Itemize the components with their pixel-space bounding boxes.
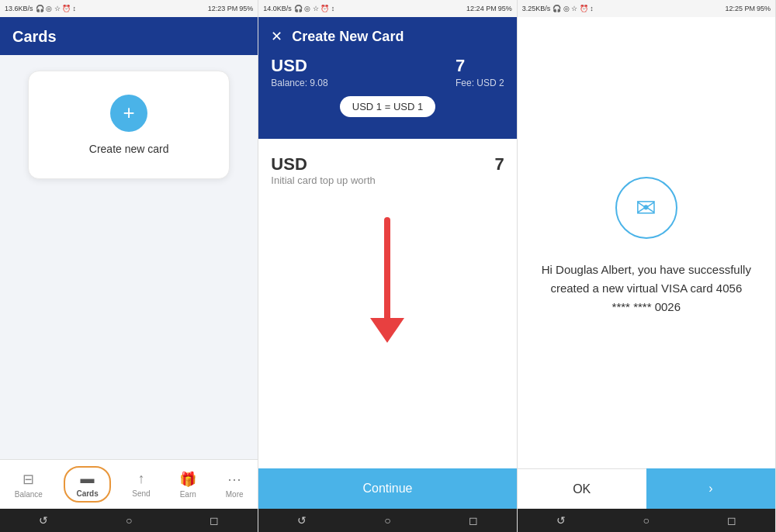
network-speed-3: 3.25KB/s <box>522 5 551 12</box>
icons-1: 🎧 ◎ ☆ ⏰ ↕ <box>36 5 77 12</box>
plus-icon: + <box>123 102 135 123</box>
status-right-3: 12:25 PM 95% <box>725 5 771 12</box>
status-right-1: 12:23 PM 95% <box>208 5 254 12</box>
plus-button[interactable]: + <box>110 95 147 132</box>
nav-send[interactable]: ↑ Send <box>124 468 158 501</box>
cards-label: Cards <box>76 489 98 498</box>
recent-btn-1[interactable]: ◻ <box>210 514 219 527</box>
back-btn-3[interactable]: ↺ <box>556 514 566 527</box>
send-label: Send <box>132 489 150 498</box>
battery-3: 95% <box>757 5 771 12</box>
android-nav-1: ↺ ○ ◻ <box>0 509 258 532</box>
back-btn-1[interactable]: ↺ <box>39 514 48 527</box>
balance-text: Balance: 9.08 <box>271 78 327 88</box>
usd-row: USD Initial card top up worth 7 <box>271 154 504 186</box>
android-nav-2: ↺ ○ ◻ <box>258 509 516 532</box>
envelope-circle: ✉ <box>615 177 677 239</box>
cards-content: + Create new card <box>0 55 258 459</box>
panel-cards: 13.6KB/s 🎧 ◎ ☆ ⏰ ↕ 12:23 PM 95% Cards + … <box>0 0 258 532</box>
fee-text: Fee: USD 2 <box>456 78 504 88</box>
currency-row: USD Balance: 9.08 7 Fee: USD 2 <box>271 56 504 96</box>
network-speed-1: 13.6KB/s <box>5 5 33 12</box>
back-btn-2[interactable]: ↺ <box>297 514 307 527</box>
earn-label: Earn <box>180 490 196 499</box>
status-bar-3: 3.25KB/s 🎧 ◎ ☆ ⏰ ↕ 12:25 PM 95% <box>518 0 775 17</box>
arrow-container <box>271 217 504 343</box>
header-top: ✕ Create New Card <box>271 28 504 45</box>
close-button[interactable]: ✕ <box>271 28 282 45</box>
red-arrow <box>370 217 404 343</box>
bottom-buttons: OK › <box>518 468 775 509</box>
currency-left: USD Balance: 9.08 <box>271 56 327 88</box>
time-2: 12:24 PM <box>466 5 497 12</box>
arrow-head <box>370 318 404 343</box>
envelope-icon: ✉ <box>636 193 656 223</box>
currency-right: 7 Fee: USD 2 <box>456 56 504 88</box>
nav-balance[interactable]: ⊟ Balance <box>7 468 50 502</box>
more-label: More <box>226 490 244 499</box>
create-card-header: ✕ Create New Card USD Balance: 9.08 7 Fe… <box>258 17 516 139</box>
panel-success: 3.25KB/s 🎧 ◎ ☆ ⏰ ↕ 12:25 PM 95% ✉ Hi Dou… <box>518 0 776 532</box>
continue-button[interactable]: Continue <box>258 468 516 509</box>
exchange-badge: USD 1 = USD 1 <box>340 96 435 117</box>
balance-label: Balance <box>15 490 43 499</box>
status-left-1: 13.6KB/s 🎧 ◎ ☆ ⏰ ↕ <box>5 5 76 12</box>
nav-cards[interactable]: ▬ Cards <box>64 466 110 503</box>
cards-title: Cards <box>12 28 57 45</box>
earn-icon: 🎁 <box>179 471 196 488</box>
home-btn-2[interactable]: ○ <box>384 514 390 527</box>
icons-2: 🎧 ◎ ☆ ⏰ ↕ <box>294 5 335 12</box>
create-card-content: USD Initial card top up worth 7 <box>258 139 516 468</box>
success-message: Hi Douglas Albert, you have successfully… <box>541 261 752 316</box>
header-amount: 7 <box>456 56 504 76</box>
status-left-2: 14.0KB/s 🎧 ◎ ☆ ⏰ ↕ <box>263 5 334 12</box>
arrow-shaft <box>384 217 390 318</box>
recent-btn-2[interactable]: ◻ <box>469 514 478 527</box>
cards-header: Cards <box>0 17 258 55</box>
create-card-title: Create New Card <box>292 29 404 45</box>
network-speed-2: 14.0KB/s <box>263 5 292 12</box>
status-bar-1: 13.6KB/s 🎧 ◎ ☆ ⏰ ↕ 12:23 PM 95% <box>0 0 258 17</box>
nav-earn[interactable]: 🎁 Earn <box>171 468 204 502</box>
usd-amount: 7 <box>494 154 504 174</box>
ok-button[interactable]: OK <box>518 468 646 509</box>
status-bar-2: 14.0KB/s 🎧 ◎ ☆ ⏰ ↕ 12:24 PM 95% <box>258 0 516 17</box>
bottom-nav-1: ⊟ Balance ▬ Cards ↑ Send 🎁 Earn ⋯ More <box>0 459 258 509</box>
time-3: 12:25 PM <box>725 5 755 12</box>
nav-more[interactable]: ⋯ More <box>218 468 251 502</box>
android-nav-3: ↺ ○ ◻ <box>518 509 775 532</box>
battery-2: 95% <box>498 5 512 12</box>
battery-1: 95% <box>239 5 253 12</box>
cards-icon: ▬ <box>81 471 95 487</box>
status-right-2: 12:24 PM 95% <box>466 5 512 12</box>
next-button[interactable]: › <box>646 468 775 509</box>
more-icon: ⋯ <box>227 471 241 488</box>
currency-code: USD <box>271 56 327 76</box>
balance-icon: ⊟ <box>23 471 34 488</box>
home-btn-1[interactable]: ○ <box>126 514 132 527</box>
usd-currency-label: USD Initial card top up worth <box>271 154 375 186</box>
success-content: ✉ Hi Douglas Albert, you have successful… <box>518 17 775 468</box>
create-card-box[interactable]: + Create new card <box>28 71 230 179</box>
time-1: 12:23 PM <box>208 5 238 12</box>
status-left-3: 3.25KB/s 🎧 ◎ ☆ ⏰ ↕ <box>522 5 594 12</box>
recent-btn-3[interactable]: ◻ <box>727 514 736 527</box>
create-card-label: Create new card <box>89 143 169 155</box>
home-btn-3[interactable]: ○ <box>643 514 650 527</box>
panel-create-card: 14.0KB/s 🎧 ◎ ☆ ⏰ ↕ 12:24 PM 95% ✕ Create… <box>258 0 517 532</box>
badge-row: USD 1 = USD 1 <box>271 96 504 139</box>
usd-sublabel: Initial card top up worth <box>271 174 375 186</box>
usd-label: USD <box>271 154 375 174</box>
icons-3: 🎧 ◎ ☆ ⏰ ↕ <box>553 5 594 12</box>
send-icon: ↑ <box>138 471 145 487</box>
